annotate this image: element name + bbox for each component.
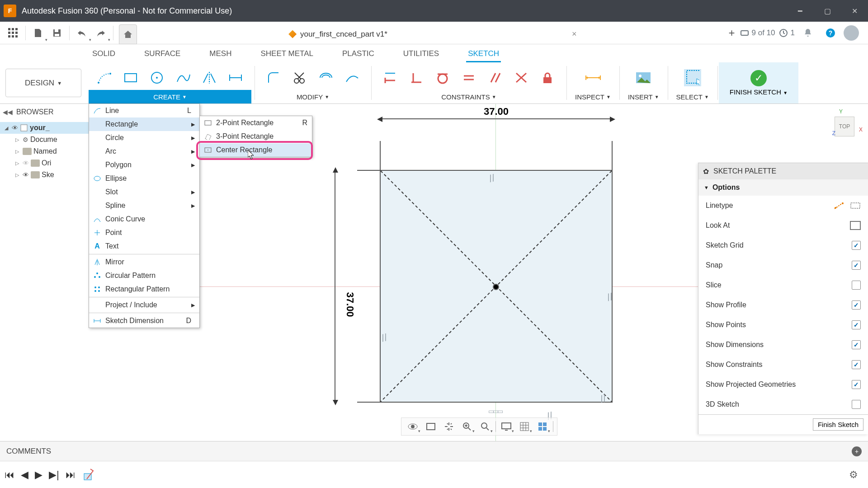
fillet-tool[interactable] (265, 69, 282, 86)
show-profile-checkbox[interactable] (852, 300, 861, 310)
orbit-button[interactable]: ▾ (405, 420, 420, 433)
tab-utilities[interactable]: UTILITIES (401, 47, 441, 62)
new-tab-button[interactable]: + (724, 25, 740, 41)
menu-item-slot[interactable]: Slot▶ (89, 185, 199, 199)
visibility-toggle[interactable]: 👁 (23, 171, 29, 178)
move-tool[interactable] (344, 69, 361, 86)
menu-item-rectangle[interactable]: Rectangle▶ (89, 117, 199, 131)
add-comment-button[interactable]: + (852, 446, 862, 456)
timeline-play-button[interactable]: ▶ (35, 469, 42, 481)
tab-plastic[interactable]: PLASTIC (340, 47, 376, 62)
line-tool[interactable] (96, 69, 113, 86)
file-new-button[interactable]: ▾ (28, 24, 47, 42)
dimension-horizontal[interactable]: 37.00 (380, 118, 613, 119)
parallel-constraint[interactable] (486, 69, 504, 86)
extensions-indicator[interactable]: 9 of 10 (740, 28, 775, 38)
coincident-constraint[interactable] (513, 69, 530, 86)
tab-mesh[interactable]: MESH (208, 47, 233, 62)
constraints-panel-button[interactable]: CONSTRAINTS▼ (374, 90, 563, 103)
insert-panel-button[interactable]: INSERT▼ (623, 90, 665, 103)
mirror-tool[interactable] (201, 69, 218, 86)
spline-tool[interactable] (175, 69, 192, 86)
menu-item-mirror[interactable]: Mirror (89, 255, 199, 269)
timeline-start-button[interactable]: ⏮ (5, 469, 14, 481)
fit-button[interactable]: ▾ (477, 420, 493, 433)
horizontal-constraint[interactable] (382, 69, 399, 86)
sketch-centerpoint[interactable] (493, 284, 499, 290)
tab-close-button[interactable]: × (572, 29, 577, 39)
palette-settings-icon[interactable]: ✿ (703, 167, 709, 176)
timeline-sketch-feature[interactable] (82, 467, 94, 483)
menu-item-rectangular-pattern[interactable]: Rectangular Pattern (89, 282, 199, 296)
menu-item-sketch-dimension[interactable]: Sketch DimensionD (89, 314, 199, 328)
sketch-grid-checkbox[interactable] (852, 241, 861, 250)
submenu-center-rectangle[interactable]: Center Rectangle (200, 143, 312, 157)
dimension-tool[interactable] (227, 69, 244, 86)
visibility-toggle[interactable]: 👁 (12, 124, 18, 131)
help-button[interactable]: ? (821, 24, 840, 42)
view-cube-face[interactable]: TOP (835, 117, 854, 136)
modify-panel-button[interactable]: MODIFY▼ (258, 90, 368, 103)
trim-tool[interactable] (291, 69, 308, 86)
comments-bar[interactable]: COMMENTS + (0, 441, 868, 461)
menu-item-arc[interactable]: Arc▶ (89, 145, 199, 158)
palette-header[interactable]: ✿ SKETCH PALETTE (698, 163, 868, 179)
show-constraints-checkbox[interactable] (852, 360, 861, 369)
measure-tool[interactable] (584, 69, 601, 86)
submenu-2-point-rectangle[interactable]: 2-Point RectangleR (200, 116, 312, 130)
submenu-3-point-rectangle[interactable]: 3-Point Rectangle (200, 130, 312, 143)
browser-node-document[interactable]: ▷ ⚙ Docume (0, 134, 90, 145)
perpendicular-constraint[interactable] (408, 69, 425, 86)
timeline-next-button[interactable]: ▶| (49, 469, 59, 481)
tab-surface[interactable]: SURFACE (142, 47, 182, 62)
window-close-button[interactable]: ✕ (841, 0, 868, 22)
browser-node-origin[interactable]: ▷ 👁 Ori (0, 157, 90, 169)
menu-item-point[interactable]: Point (89, 226, 199, 239)
rectangle-tool[interactable] (122, 69, 139, 86)
file-save-button[interactable] (47, 24, 66, 42)
tab-solid[interactable]: SOLID (90, 47, 117, 62)
apps-grid-button[interactable] (4, 24, 23, 42)
browser-root-node[interactable]: ◢ 👁 your_ (0, 122, 90, 134)
tangent-constraint[interactable] (434, 69, 451, 86)
timeline-end-button[interactable]: ⏭ (66, 469, 75, 481)
browser-node-named[interactable]: ▷ Named (0, 145, 90, 157)
zoom-button[interactable]: ▾ (459, 420, 475, 433)
home-tab-button[interactable] (119, 24, 137, 44)
slice-checkbox[interactable] (852, 281, 861, 290)
grid-settings-button[interactable]: ▾ (517, 420, 532, 433)
linetype-centerline-button[interactable] (850, 202, 861, 210)
menu-item-line[interactable]: LineL (89, 104, 199, 117)
lookat-button[interactable] (850, 221, 861, 230)
timeline-settings-button[interactable]: ⚙ (849, 469, 863, 481)
show-projected-checkbox[interactable] (852, 380, 861, 389)
browser-header[interactable]: ◀◀ BROWSER (0, 104, 90, 120)
menu-item-ellipse[interactable]: Ellipse (89, 172, 199, 185)
snap-checkbox[interactable] (852, 261, 861, 270)
select-tool[interactable] (684, 69, 701, 86)
workspace-selector[interactable]: DESIGN▼ (5, 69, 81, 97)
insert-image-tool[interactable] (635, 69, 652, 86)
timeline-prev-button[interactable]: ◀ (21, 469, 28, 481)
visibility-toggle[interactable]: 👁 (23, 160, 29, 167)
finish-sketch-button[interactable]: ✓ FINISH SKETCH ▼ (719, 62, 798, 103)
notifications-button[interactable] (798, 24, 817, 42)
menu-item-circle[interactable]: Circle▶ (89, 131, 199, 145)
menu-item-spline[interactable]: Spline▶ (89, 199, 199, 212)
tab-sketch[interactable]: SKETCH (466, 47, 501, 62)
show-points-checkbox[interactable] (852, 320, 861, 329)
linetype-construction-button[interactable] (834, 202, 844, 210)
menu-item-polygon[interactable]: Polygon▶ (89, 158, 199, 172)
undo-button[interactable]: ▾ (72, 24, 91, 42)
menu-item-project-include[interactable]: Project / Include▶ (89, 298, 199, 312)
finish-sketch-small-button[interactable]: Finish Sketch (813, 418, 863, 431)
view-cube[interactable]: TOP X Y Z (824, 108, 863, 147)
menu-item-text[interactable]: A Text (89, 239, 199, 253)
inspect-panel-button[interactable]: INSPECT▼ (570, 90, 616, 103)
circle-tool[interactable] (148, 69, 165, 86)
lookat-nav-button[interactable] (423, 420, 439, 433)
equal-constraint[interactable] (460, 69, 477, 86)
canvas[interactable]: // // // // // ▭▭▭ 37.00 37.00 (90, 104, 868, 441)
palette-options-section[interactable]: ▼ Options (698, 179, 868, 196)
document-tab[interactable]: your_first_cnced_part v1* × (142, 24, 724, 44)
